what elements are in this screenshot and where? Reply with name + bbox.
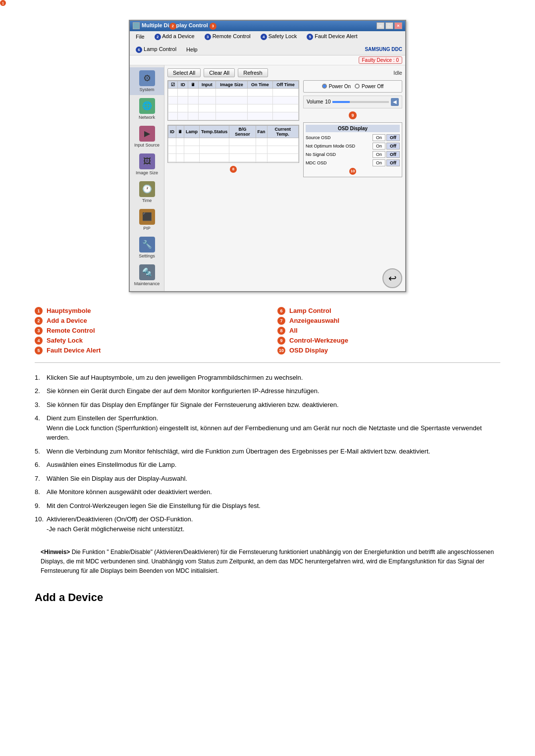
legend-label-2: Add a Device (47, 317, 87, 324)
osd-row-mdc: MDC OSD On Off (306, 159, 400, 166)
osd-nosignal-label: No Signal OSD (306, 152, 373, 157)
hinweis-box: <Hinweis> Die Funktion " Enable/Disable"… (35, 544, 500, 580)
osd-notoptimum-on[interactable]: On (373, 143, 385, 150)
sidebar-item-system[interactable]: ⚙ 1 System (130, 67, 164, 95)
menu-help[interactable]: Help (183, 46, 201, 53)
legend-num-2: 2 (35, 317, 43, 325)
section-heading-add-device: Add a Device (30, 586, 505, 606)
select-all-button[interactable]: Select All (167, 68, 201, 77)
volume-value: 10 (325, 99, 330, 104)
legend-item-10: 10 OSD Display (277, 347, 500, 354)
menu-bar: File 2 Add a Device 3 Remote Control 4 S… (130, 31, 405, 55)
col-input: Input (198, 81, 215, 88)
sidebar-imagesize-label: Image Size (136, 170, 158, 175)
power-off-radio[interactable] (355, 84, 360, 89)
osd-section: OSD Display Source OSD On Off Not Optimu… (303, 122, 402, 177)
legend-item-8: 8 All (277, 327, 500, 335)
menu-file[interactable]: File (133, 33, 148, 41)
imagesize-icon: 🖼 (139, 153, 155, 169)
legend-label-7: Anzeigeauswahl (289, 317, 339, 324)
osd-notoptimum-btns: On Off (373, 143, 400, 150)
num-circle-6: 6 (136, 47, 142, 53)
instructions-list: 1. Klicken Sie auf Hauptsymbole, um zu d… (30, 373, 505, 534)
table-row (168, 138, 299, 146)
legend-item-1: 1 Hauptsymbole (35, 307, 258, 315)
instruction-5: 5. Wenn die Verbindung zum Monitor fehls… (35, 447, 500, 456)
menu-safety-lock[interactable]: 4 Safety Lock (258, 32, 300, 41)
col-ontime: On Time (247, 81, 272, 88)
power-on-button[interactable]: Power On (322, 84, 351, 89)
close-button[interactable]: × (394, 22, 402, 29)
osd-notoptimum-off[interactable]: Off (386, 143, 400, 150)
sidebar-system-label: System (139, 87, 154, 92)
power-off-button[interactable]: Power Off (355, 84, 383, 89)
num-10: 10 (349, 168, 356, 175)
control-section: Power On Power Off Volume 10 (303, 80, 402, 288)
sidebar-item-network[interactable]: 🌐 Network (130, 95, 164, 123)
instruction-1: 1. Klicken Sie auf Hauptsymbole, um zu d… (35, 373, 500, 383)
legend-item-6: 6 Lamp Control (277, 307, 500, 315)
sidebar-item-imagesize[interactable]: 🖼 Image Size (130, 151, 164, 178)
volume-arrow-button[interactable]: ◀ (391, 98, 399, 106)
minimize-button[interactable]: – (376, 22, 384, 29)
num10-container: 10 (306, 168, 400, 175)
inst-text-4: Dient zum Einstellen der Sperrfunktion.W… (47, 413, 500, 443)
osd-mdc-label: MDC OSD (306, 160, 373, 165)
menu-lamp-control[interactable]: 6 Lamp Control (133, 45, 179, 54)
sidebar-item-time[interactable]: 🕐 Time (130, 178, 164, 206)
table-row (168, 153, 299, 161)
menu-remote-control[interactable]: 3 Remote Control (202, 32, 254, 41)
osd-source-off[interactable]: Off (386, 134, 400, 141)
hinweis-label: <Hinweis> (41, 549, 70, 555)
menu-fault-device[interactable]: 5 Fault Device Alert (304, 32, 360, 41)
refresh-button[interactable]: Refresh (238, 68, 268, 77)
osd-nosignal-on[interactable]: On (373, 151, 385, 158)
power-row: Power On Power Off (307, 84, 399, 89)
num9-container: 9 (303, 111, 402, 119)
inst-num-3: 3. (35, 400, 44, 410)
sidebar-settings-label: Settings (139, 253, 155, 258)
input-icon: ▶ (139, 126, 155, 142)
col-monitor: 🖥 (188, 81, 199, 88)
menu-add-device[interactable]: 2 Add a Device (152, 32, 198, 41)
legend-item-3: 3 Remote Control (35, 327, 258, 335)
idle-status: Idle (393, 70, 402, 76)
power-on-radio[interactable] (322, 84, 327, 89)
num-9: 9 (349, 111, 357, 119)
inst-num-6: 6. (35, 460, 44, 470)
osd-mdc-off[interactable]: Off (386, 159, 400, 166)
legend-label-5: Fault Device Alert (47, 347, 101, 354)
sidebar-item-pip[interactable]: ⬛ PIP (130, 206, 164, 234)
sidebar-item-settings[interactable]: 🔧 Settings (130, 234, 164, 261)
col-offtime: Off Time (273, 81, 299, 88)
inst-text-5: Wenn die Verbindung zum Monitor fehlschl… (47, 447, 500, 456)
table-row (168, 112, 299, 120)
osd-notoptimum-label: Not Optimum Mode OSD (306, 144, 373, 149)
table-row (168, 88, 299, 96)
volume-slider[interactable] (332, 101, 389, 103)
legend-item-7: 7 Anzeigeauswahl (277, 317, 500, 325)
osd-row-notoptimum: Not Optimum Mode OSD On Off (306, 143, 400, 150)
sidebar-network-label: Network (139, 115, 155, 120)
temp-table: ID 🖥 Lamp Temp.Status B/G Sensor Fan Cur… (167, 125, 299, 163)
sidebar-item-input[interactable]: ▶ Input Source (130, 123, 164, 151)
col-imagesize: Image Size (216, 81, 248, 88)
app-window: Multiple Di2play Control 3 – □ × File 2 … (129, 20, 406, 292)
table-row (168, 120, 299, 120)
maximize-button[interactable]: □ (385, 22, 393, 29)
legend-num-6: 6 (277, 307, 285, 315)
legend-num-3: 3 (35, 327, 43, 335)
num-circle-3: 3 (205, 34, 211, 40)
inst-num-7: 7. (35, 474, 44, 484)
osd-nosignal-off[interactable]: Off (386, 151, 400, 158)
clear-all-button[interactable]: Clear All (204, 68, 235, 77)
power-control: Power On Power Off (303, 80, 402, 93)
osd-row-source: Source OSD On Off (306, 134, 400, 141)
osd-mdc-on[interactable]: On (373, 159, 385, 166)
inst-text-6: Auswählen eines Einstellmodus für die La… (47, 460, 500, 470)
osd-source-on[interactable]: On (373, 134, 385, 141)
sidebar-item-maintenance[interactable]: 🔩 Maintenance (130, 261, 164, 289)
legend-grid: 1 Hauptsymbole 2 Add a Device 3 Remote C… (35, 307, 500, 354)
legend-col-right: 6 Lamp Control 7 Anzeigeauswahl 8 All 9 … (277, 307, 500, 354)
temp-col-tempstatus: Temp.Status (200, 125, 229, 138)
